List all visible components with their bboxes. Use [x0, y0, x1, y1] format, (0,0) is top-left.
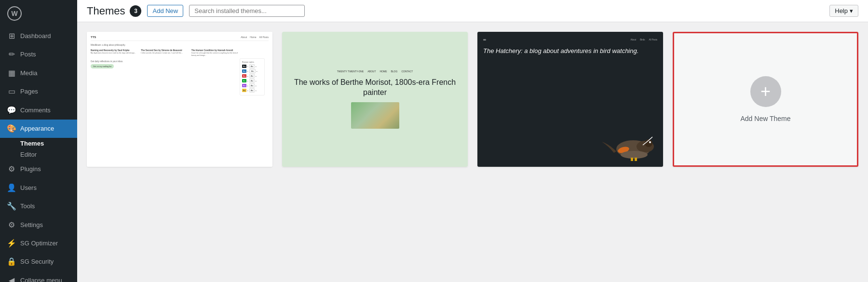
sidebar-item-label: Pages: [20, 87, 38, 96]
pages-icon: ▭: [7, 86, 16, 97]
sidebar-item-tools[interactable]: 🔧 Tools: [0, 197, 77, 215]
p23-cta: Get on my mailing list: [91, 64, 114, 68]
sidebar-item-comments[interactable]: 💬 Comments: [0, 101, 77, 120]
sidebar-item-dashboard[interactable]: ⊞ Dashboard: [0, 27, 77, 45]
users-icon: 👤: [7, 183, 16, 193]
collapse-menu-button[interactable]: ◀ Collapse menu: [0, 271, 77, 282]
p23-post-grid: Naming and Necessity by Saul Kripke My d…: [91, 49, 240, 56]
sidebar-sub-editor[interactable]: Editor: [0, 149, 77, 160]
add-new-theme-card[interactable]: + Add New Theme: [673, 32, 858, 167]
collapse-label: Collapse menu: [20, 276, 62, 282]
theme-preview-twenty-twenty-one: TWENTY TWENTY-ONE ABOUTHOMEBLOGCONTACT T…: [282, 32, 468, 167]
p21-title: The works of Berthe Morisot, 1800s-era F…: [292, 78, 458, 98]
sidebar-item-posts[interactable]: ✏ Posts: [0, 45, 77, 64]
sidebar-item-label: Posts: [20, 50, 36, 59]
dashboard-icon: ⊞: [7, 31, 16, 41]
posts-icon: ✏: [7, 49, 16, 60]
sg-optimizer-icon: ⚡: [7, 238, 16, 249]
sidebar-item-label: Appearance: [20, 124, 54, 133]
theme-card-twenty-twenty-two[interactable]: ∞ AboutBirdsAll Posts The Hatchery: a bl…: [477, 32, 663, 167]
p22-nav: ∞ AboutBirdsAll Posts: [483, 38, 657, 42]
help-arrow-icon: ▾: [850, 7, 853, 14]
bird-illustration: [595, 125, 657, 161]
help-label: Help: [835, 7, 848, 14]
topbar-left: Themes 3 Add New: [87, 5, 305, 17]
help-button[interactable]: Help ▾: [829, 5, 858, 17]
add-new-plus-icon: +: [750, 76, 781, 107]
svg-text:W: W: [11, 10, 18, 17]
sidebar-item-pages[interactable]: ▭ Pages: [0, 82, 77, 101]
p23-subtitle: Mindblown: a blog about philosophy.: [91, 44, 240, 46]
add-new-button[interactable]: Add New: [147, 5, 183, 17]
sidebar-item-label: Media: [20, 69, 37, 78]
p23-nav: TTS AboutHomeAll Posts: [91, 36, 269, 41]
p23-post: The Second Sex by Simone de Beauvoir I o…: [141, 49, 189, 56]
p23-styles: Browse styles Aa▴Aa▴ Aa▴Aa▴ Aa▴Aa▴ Aa▴Aa…: [240, 58, 265, 95]
svg-rect-9: [635, 158, 637, 161]
themes-area: TTS AboutHomeAll Posts Mindblown: a blog…: [77, 22, 868, 282]
sidebar: W ⊞ Dashboard ✏ Posts ▦ Media ▭ Pages 💬 …: [0, 0, 77, 282]
sidebar-item-settings[interactable]: ⚙ Settings: [0, 216, 77, 234]
comments-icon: 💬: [7, 105, 16, 116]
p21-nav: TWENTY TWENTY-ONE ABOUTHOMEBLOGCONTACT: [337, 70, 413, 73]
svg-point-5: [649, 141, 651, 143]
sidebar-item-label: Tools: [20, 202, 35, 211]
topbar: Themes 3 Add New Help ▾: [77, 0, 868, 22]
plus-symbol: +: [760, 81, 771, 102]
sidebar-item-label: Plugins: [20, 165, 41, 174]
p21-img: [351, 102, 399, 129]
media-icon: ▦: [7, 68, 16, 79]
sidebar-item-label: Settings: [20, 221, 43, 229]
p23-post: The Human Condition by Hannah Arendt It …: [191, 49, 240, 56]
search-input[interactable]: [189, 5, 305, 17]
sidebar-item-appearance[interactable]: 🎨 Appearance: [0, 120, 77, 138]
sidebar-item-media[interactable]: ▦ Media: [0, 64, 77, 82]
theme-card-twenty-twenty-three[interactable]: TTS AboutHomeAll Posts Mindblown: a blog…: [87, 32, 272, 167]
svg-rect-8: [631, 158, 633, 161]
svg-point-7: [621, 151, 648, 159]
wp-logo: W: [0, 0, 77, 27]
collapse-icon: ◀: [7, 275, 16, 282]
sidebar-item-label: SG Security: [20, 257, 54, 266]
sidebar-item-label: Dashboard: [20, 32, 51, 40]
theme-preview-twenty-twenty-two: ∞ AboutBirdsAll Posts The Hatchery: a bl…: [477, 32, 663, 167]
p23-post: Naming and Necessity by Saul Kripke My d…: [91, 49, 139, 56]
page-title-wrap: Themes 3: [87, 5, 141, 17]
page-title: Themes: [87, 6, 125, 16]
sidebar-item-label: Comments: [20, 106, 51, 115]
themes-grid: TTS AboutHomeAll Posts Mindblown: a blog…: [87, 32, 858, 167]
sidebar-sub-themes[interactable]: Themes: [0, 138, 77, 149]
sg-security-icon: 🔒: [7, 256, 16, 267]
theme-preview-twenty-twenty-three: TTS AboutHomeAll Posts Mindblown: a blog…: [87, 32, 272, 167]
sidebar-item-users[interactable]: 👤 Users: [0, 179, 77, 197]
sidebar-item-label: SG Optimizer: [20, 239, 58, 248]
tools-icon: 🔧: [7, 201, 16, 212]
settings-icon: ⚙: [7, 220, 16, 230]
sidebar-item-sg-optimizer[interactable]: ⚡ SG Optimizer: [0, 234, 77, 253]
sidebar-item-label: Users: [20, 184, 37, 192]
theme-card-twenty-twenty-one[interactable]: TWENTY TWENTY-ONE ABOUTHOMEBLOGCONTACT T…: [282, 32, 468, 167]
theme-count-badge: 3: [130, 5, 141, 17]
sidebar-item-plugins[interactable]: ⚙ Plugins: [0, 160, 77, 178]
p22-title: The Hatchery: a blog about adventures in…: [483, 47, 657, 121]
add-new-theme-label: Add New Theme: [740, 115, 790, 122]
plugins-icon: ⚙: [7, 164, 16, 175]
sidebar-item-sg-security[interactable]: 🔒 SG Security: [0, 253, 77, 271]
appearance-icon: 🎨: [7, 123, 16, 134]
main-content: Themes 3 Add New Help ▾ TTS AboutHomeAll…: [77, 0, 868, 282]
p23-more: Get daily reflections in your inbox. Get…: [91, 60, 240, 68]
